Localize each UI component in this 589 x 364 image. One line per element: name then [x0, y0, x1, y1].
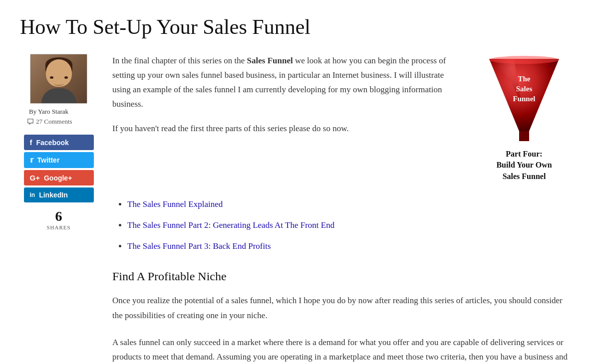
- comments-link[interactable]: 27 Comments: [20, 118, 97, 126]
- list-item: The Sales Funnel Part 2: Generating Lead…: [127, 217, 569, 234]
- linkedin-button[interactable]: in LinkedIn: [24, 187, 94, 202]
- series-links-list: The Sales Funnel Explained The Sales Fun…: [112, 196, 569, 255]
- intro-section: In the final chapter of this series on t…: [112, 54, 569, 182]
- twitter-button[interactable]: 𝕣 Twitter: [24, 152, 94, 168]
- funnel-caption-line3: Sales Funnel: [496, 171, 552, 182]
- list-item: The Sales Funnel Explained: [127, 196, 569, 213]
- funnel-container: The Sales Funnel Part Four: Build Your O…: [479, 54, 569, 182]
- svg-text:Sales: Sales: [516, 85, 533, 93]
- intro-paragraph-1: In the final chapter of this series on t…: [112, 54, 464, 112]
- section-paragraph-1: Once you realize the potential of a sale…: [112, 293, 569, 323]
- section-paragraph-2: A sales funnel can only succeed in a mar…: [112, 335, 569, 364]
- section-heading: Find A Profitable Niche: [112, 270, 569, 283]
- sidebar: By Yaro Starak 27 Comments f Facebook 𝕣 …: [20, 54, 97, 230]
- svg-rect-2: [519, 131, 529, 141]
- funnel-svg: The Sales Funnel: [484, 54, 564, 144]
- svg-text:Funnel: Funnel: [513, 95, 535, 103]
- facebook-button[interactable]: f Facebook: [24, 135, 94, 150]
- shares-count: 6 SHARES: [24, 208, 94, 230]
- googleplus-icon: G+: [30, 174, 40, 182]
- shares-label: SHARES: [24, 224, 94, 230]
- funnel-caption-line1: Part Four:: [496, 149, 552, 160]
- linkedin-icon: in: [30, 191, 35, 198]
- link-3[interactable]: The Sales Funnel Part 3: Back End Profit…: [127, 241, 271, 251]
- author-photo: [30, 54, 87, 104]
- shares-number: 6: [24, 208, 94, 224]
- social-buttons: f Facebook 𝕣 Twitter G+ Google+ in Linke…: [24, 135, 94, 202]
- intro-p1-pre: In the final chapter of this series on t…: [112, 56, 247, 65]
- main-layout: By Yaro Starak 27 Comments f Facebook 𝕣 …: [20, 54, 569, 364]
- funnel-caption: Part Four: Build Your Own Sales Funnel: [496, 149, 552, 182]
- link-2[interactable]: The Sales Funnel Part 2: Generating Lead…: [127, 220, 334, 230]
- twitter-label: Twitter: [37, 156, 60, 164]
- author-name: By Yaro Starak: [20, 108, 97, 116]
- comment-icon: [27, 118, 34, 125]
- main-content: In the final chapter of this series on t…: [112, 54, 569, 364]
- googleplus-label: Google+: [44, 174, 72, 182]
- list-item: The Sales Funnel Part 3: Back End Profit…: [127, 238, 569, 255]
- facebook-label: Facebook: [36, 139, 69, 147]
- link-1[interactable]: The Sales Funnel Explained: [127, 199, 223, 209]
- facebook-icon: f: [30, 138, 32, 147]
- svg-point-3: [489, 56, 559, 64]
- intro-paragraph-2: If you haven't read the first three part…: [112, 122, 464, 136]
- intro-text: In the final chapter of this series on t…: [112, 54, 464, 146]
- svg-text:The: The: [518, 75, 530, 83]
- linkedin-label: LinkedIn: [39, 191, 68, 199]
- funnel-caption-line2: Build Your Own: [496, 160, 552, 171]
- page-title: How To Set-Up Your Sales Funnel: [20, 15, 569, 39]
- comments-count: 27 Comments: [36, 118, 72, 126]
- intro-p1-bold: Sales Funnel: [247, 56, 293, 65]
- twitter-icon: 𝕣: [30, 156, 33, 165]
- googleplus-button[interactable]: G+ Google+: [24, 170, 94, 185]
